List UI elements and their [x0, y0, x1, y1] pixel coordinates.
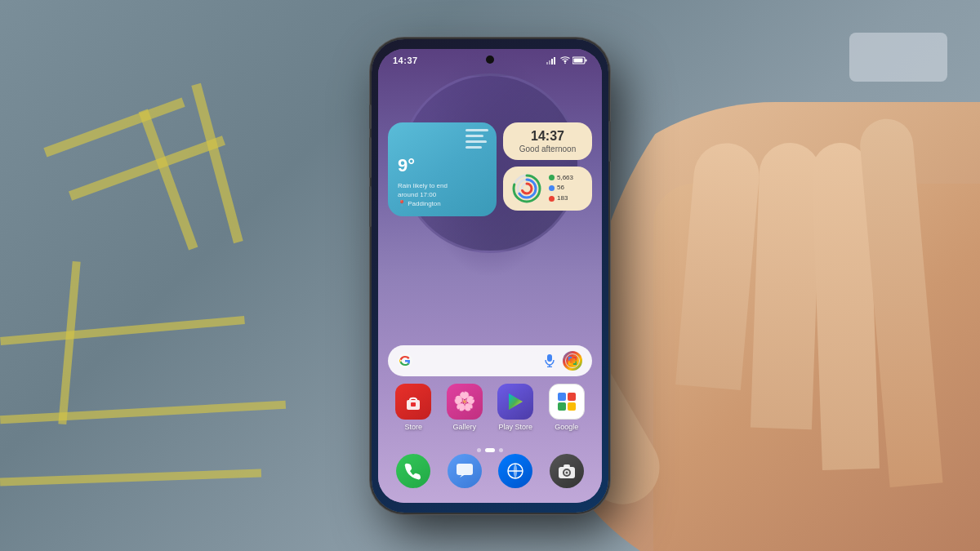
right-widgets: 14:37 Good afternoon — [503, 122, 592, 217]
weather-animation — [466, 129, 488, 152]
power-button — [608, 121, 611, 162]
page-dot-3 — [499, 448, 503, 452]
gallery-icon[interactable]: 🌸 — [447, 384, 483, 420]
rain-line-3 — [466, 140, 487, 143]
play-store-icon[interactable] — [497, 384, 533, 420]
volume-down-button — [369, 137, 372, 178]
active-row: 56 — [549, 183, 573, 193]
weather-temperature: 9° — [398, 155, 487, 176]
svg-rect-6 — [574, 58, 583, 62]
google-label: Google — [555, 423, 578, 431]
google-app-logo — [558, 393, 576, 411]
calories-dot — [549, 196, 555, 202]
weather-description: Rain likely to end around 17:00 📍 Paddin… — [398, 181, 487, 209]
svg-rect-1 — [549, 60, 550, 64]
svg-point-27 — [565, 471, 568, 473]
page-dot-2-active — [485, 448, 495, 452]
google-icon[interactable] — [549, 384, 585, 420]
widget-time: 14:37 — [511, 129, 584, 144]
gallery-app[interactable]: 🌸 Gallery — [447, 384, 483, 431]
status-icons — [546, 56, 587, 64]
app-row: Store 🌸 Gallery — [388, 384, 592, 431]
svg-rect-7 — [586, 59, 587, 61]
page-indicators — [477, 448, 503, 452]
messages-app[interactable] — [448, 454, 482, 488]
svg-rect-20 — [411, 402, 416, 407]
svg-rect-21 — [457, 464, 473, 475]
steps-row: 5,663 — [549, 173, 573, 184]
wifi-icon — [560, 56, 570, 64]
health-widget[interactable]: 5,663 56 183 — [503, 167, 592, 211]
rain-line-1 — [466, 129, 488, 131]
google-logo — [398, 353, 412, 368]
car-shape — [849, 33, 947, 82]
battery-icon — [572, 56, 587, 64]
volume-up-button — [369, 104, 372, 129]
browser-app[interactable] — [498, 454, 532, 488]
search-bar[interactable] — [388, 345, 592, 376]
time-greeting-widget[interactable]: 14:37 Good afternoon — [503, 122, 592, 160]
bottom-dock — [388, 454, 592, 488]
page-dot-1 — [477, 448, 481, 452]
calories-value: 183 — [557, 193, 568, 204]
google-lens-icon[interactable] — [563, 351, 582, 371]
phone-body: 14:37 — [372, 39, 608, 513]
store-icon[interactable] — [395, 384, 431, 420]
front-camera — [486, 56, 494, 64]
finger-2 — [751, 142, 822, 429]
rain-line-4 — [466, 146, 482, 149]
widgets-area: 9° Rain likely to end around 17:00 📍 Pad… — [388, 122, 592, 217]
voice-search-icon[interactable] — [543, 354, 556, 367]
steps-dot — [549, 175, 555, 180]
phone-screen: 14:37 — [378, 49, 602, 503]
signal-icon — [546, 56, 558, 64]
status-time: 14:37 — [393, 56, 418, 65]
bixby-button — [369, 186, 372, 227]
svg-rect-15 — [547, 354, 552, 362]
phone-app[interactable] — [396, 454, 430, 488]
svg-rect-3 — [554, 57, 555, 64]
gallery-label: Gallery — [452, 423, 476, 431]
play-store-app[interactable]: Play Store — [497, 384, 533, 431]
google-app[interactable]: Google — [549, 384, 585, 431]
steps-value: 5,663 — [557, 173, 573, 184]
store-app[interactable]: Store — [395, 384, 431, 431]
camera-app[interactable] — [550, 454, 584, 488]
store-label: Store — [404, 423, 422, 431]
svg-point-4 — [564, 62, 566, 64]
calories-row: 183 — [549, 193, 573, 204]
play-store-label: Play Store — [498, 423, 532, 431]
active-value: 56 — [557, 183, 564, 193]
widget-greeting: Good afternoon — [511, 144, 584, 153]
health-statistics: 5,663 56 183 — [549, 173, 573, 204]
weather-widget[interactable]: 9° Rain likely to end around 17:00 📍 Pad… — [388, 122, 497, 217]
svg-rect-0 — [546, 62, 548, 64]
svg-rect-2 — [551, 59, 553, 64]
phone: 14:37 — [372, 39, 608, 513]
active-dot — [549, 185, 555, 191]
svg-rect-28 — [564, 464, 570, 468]
rain-line-2 — [466, 135, 483, 137]
svg-point-18 — [566, 353, 580, 367]
health-ring-chart — [511, 173, 542, 204]
